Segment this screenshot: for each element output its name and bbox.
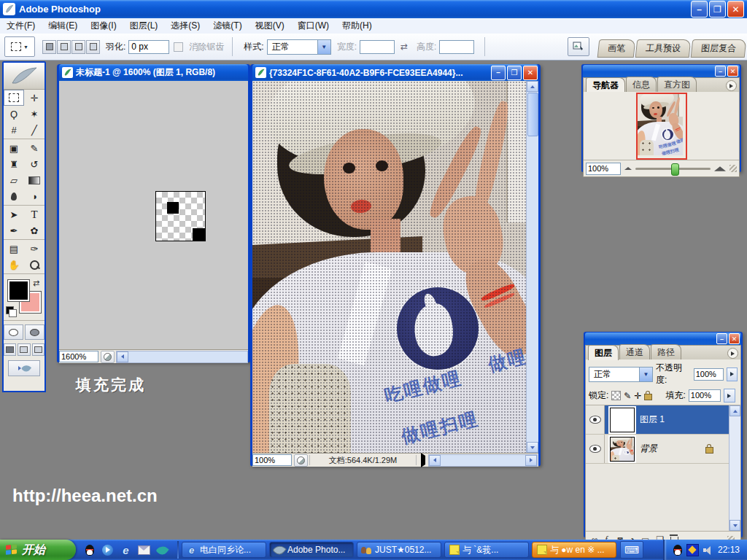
tool-brush[interactable]: ✎	[24, 140, 44, 156]
fill-value[interactable]: 100%	[689, 389, 721, 402]
scroll-up-arrow[interactable]	[729, 405, 740, 416]
scroll-left-arrow[interactable]	[429, 455, 441, 466]
tool-crop[interactable]: #	[4, 122, 24, 138]
menu-select[interactable]: 选择(S)	[164, 18, 206, 34]
antialias-checkbox[interactable]	[174, 42, 183, 52]
tab-info[interactable]: 信息	[626, 77, 657, 92]
palette-menu-button[interactable]	[726, 80, 737, 91]
tool-hand[interactable]: ✋	[4, 257, 24, 273]
menu-layer[interactable]: 图层(L)	[123, 18, 165, 34]
task-qq-chat[interactable]: JUST★0512...	[357, 542, 441, 558]
tab-layer-comps[interactable]: 图层复合	[691, 39, 747, 58]
status-menu-button[interactable]	[101, 351, 115, 363]
qq-tray-icon[interactable]	[673, 545, 682, 556]
swap-dimensions-icon[interactable]: ⇄	[400, 42, 408, 52]
restore-button[interactable]: ❐	[709, 1, 726, 18]
opacity-spinner[interactable]	[727, 368, 738, 381]
menu-file[interactable]: 文件(F)	[0, 18, 42, 34]
palette-close-button[interactable]: ✕	[729, 333, 740, 344]
navigator-titlebar[interactable]: – ✕	[583, 65, 740, 77]
app-titlebar[interactable]: Adobe Photoshop – ❐ ✕	[0, 0, 747, 18]
current-tool-button[interactable]: ▼	[4, 36, 35, 57]
menu-view[interactable]: 视图(V)	[249, 18, 291, 34]
tool-gradient[interactable]	[24, 172, 44, 188]
menu-edit[interactable]: 编辑(E)	[42, 18, 84, 34]
layers-scrollbar[interactable]	[729, 405, 740, 531]
task-ie-forum[interactable]: e 电白同乡论...	[182, 542, 266, 558]
zoom-slider-thumb[interactable]	[671, 163, 679, 176]
foreground-color-swatch[interactable]	[8, 280, 29, 301]
layers-titlebar[interactable]: – ✕	[585, 332, 741, 345]
task-note-1[interactable]: 与 `&莪...	[444, 542, 529, 558]
doc2-maximize-button[interactable]: ❐	[507, 66, 522, 80]
subtract-selection-button[interactable]	[71, 40, 85, 54]
tool-lasso[interactable]: Ϙ	[4, 106, 24, 122]
tool-custom-shape[interactable]: ✿	[24, 222, 44, 238]
tab-paths[interactable]: 路径	[651, 344, 681, 359]
status-flyout-button[interactable]	[418, 456, 428, 464]
background-thumbnail[interactable]: 吃哩做哩 做哩扫哩 做哩	[610, 437, 635, 462]
visibility-toggle[interactable]	[586, 435, 605, 463]
quick-mask-mode-button[interactable]	[25, 324, 44, 340]
zoom-in-icon[interactable]	[714, 166, 726, 171]
doc2-minimize-button[interactable]: –	[491, 66, 506, 80]
tool-blur[interactable]	[4, 188, 24, 204]
zoom-out-icon[interactable]	[624, 167, 632, 170]
navigator-zoom-input[interactable]	[586, 163, 621, 175]
navigator-preview[interactable]: 吃哩做哩 做哩扫哩 做哩	[584, 92, 739, 160]
add-selection-button[interactable]	[57, 40, 71, 54]
tool-zoom[interactable]	[24, 257, 44, 273]
resize-grip[interactable]	[729, 165, 737, 172]
task-photoshop[interactable]: Adobe Photo...	[269, 542, 354, 558]
scroll-down-arrow[interactable]	[527, 442, 538, 453]
lock-transparency-icon[interactable]	[611, 391, 621, 400]
palette-close-button[interactable]: ✕	[727, 66, 738, 77]
menu-help[interactable]: 帮助(H)	[336, 18, 379, 34]
doc2-close-button[interactable]: ✕	[523, 66, 538, 80]
scroll-up-arrow[interactable]	[527, 81, 538, 92]
palette-minimize-button[interactable]: –	[716, 333, 727, 344]
blend-mode-select[interactable]: 正常 ▼	[589, 367, 653, 382]
layer1-thumbnail[interactable]	[610, 408, 635, 432]
new-selection-button[interactable]	[42, 40, 56, 54]
input-method-button[interactable]: ⌨	[620, 541, 643, 559]
doc2-horizontal-scrollbar[interactable]	[428, 454, 538, 467]
tab-layers[interactable]: 图层	[588, 345, 619, 360]
file-browser-button[interactable]	[568, 37, 589, 56]
close-button[interactable]: ✕	[727, 1, 744, 18]
tab-brushes[interactable]: 画笔	[597, 39, 636, 58]
minimize-button[interactable]: –	[691, 1, 708, 18]
lock-all-icon[interactable]	[644, 394, 652, 400]
doc2-canvas-area[interactable]: 吃哩做哩 做哩扫哩 做哩	[252, 81, 538, 453]
doc2-zoom-input[interactable]	[252, 454, 292, 466]
tool-dodge[interactable]: ◑	[24, 188, 44, 204]
tool-path-selection[interactable]: ➤	[4, 206, 24, 222]
task-note-2-flashing[interactable]: 与 ●w en ※ ...	[532, 542, 616, 558]
doc2-titlebar[interactable]: {73324F1C-8F61-40A2-B9F6-FCE93EEA4944}..…	[252, 64, 538, 81]
tool-pen[interactable]: ✒	[4, 222, 24, 238]
zoom-slider[interactable]	[635, 168, 711, 170]
layer-row-layer1[interactable]: 图层 1	[586, 405, 740, 435]
tool-clone-stamp[interactable]: ♜	[4, 156, 24, 172]
lock-move-icon[interactable]: ✛	[634, 391, 641, 401]
intersect-selection-button[interactable]	[86, 40, 100, 54]
media-player-icon[interactable]	[101, 544, 114, 556]
chevron-down-icon[interactable]: ▼	[639, 368, 652, 381]
height-input[interactable]	[439, 40, 474, 54]
edit-in-imageready-button[interactable]	[8, 360, 40, 376]
outlook-icon[interactable]	[138, 544, 150, 556]
tool-eyedropper[interactable]: ✑	[24, 241, 44, 257]
chevron-down-icon[interactable]: ▼	[317, 40, 330, 54]
tool-notes[interactable]: ▤	[4, 241, 24, 257]
style-select[interactable]: 正常 ▼	[267, 39, 331, 55]
tab-tool-presets[interactable]: 工具预设	[635, 39, 692, 58]
tool-move[interactable]: ✛	[24, 90, 44, 106]
standard-mode-button[interactable]	[4, 324, 23, 340]
swap-colors-icon[interactable]: ⇄	[33, 279, 39, 288]
tool-magic-wand[interactable]: ✶	[24, 106, 44, 122]
qq-quicklaunch-icon[interactable]	[83, 544, 96, 556]
tool-slice[interactable]: ╱	[24, 122, 44, 138]
doc1-image[interactable]	[156, 192, 205, 241]
menu-image[interactable]: 图像(I)	[84, 18, 123, 34]
layer-name[interactable]: 图层 1	[640, 413, 729, 426]
